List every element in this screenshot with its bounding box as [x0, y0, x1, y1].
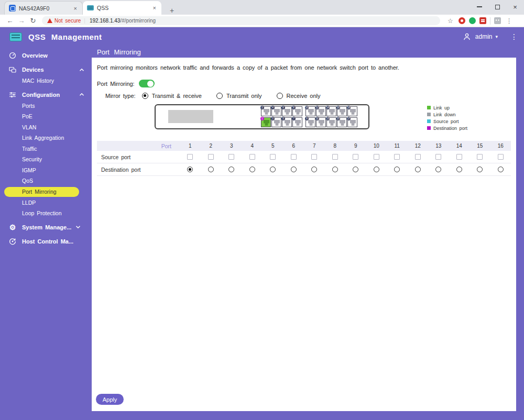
source-port-checkbox-6[interactable]: [291, 154, 297, 160]
chevron-up-icon[interactable]: [79, 93, 84, 96]
mirror-option-transmit-only[interactable]: Transmit only: [216, 93, 262, 99]
source-port-checkbox-5[interactable]: [270, 154, 276, 160]
destination-port-radio-12[interactable]: [415, 167, 421, 172]
switch-port-5[interactable]: 5: [282, 117, 292, 127]
switch-port-8[interactable]: 8: [292, 106, 302, 116]
source-port-checkbox-15[interactable]: [477, 154, 483, 160]
destination-port-radio-11[interactable]: [394, 167, 400, 172]
new-tab-button[interactable]: +: [167, 6, 177, 15]
switch-port-12[interactable]: 12: [316, 106, 326, 116]
switch-port-17[interactable]: 17: [347, 117, 357, 127]
source-port-checkbox-2[interactable]: [208, 154, 214, 160]
destination-port-radio-4[interactable]: [249, 167, 255, 172]
source-port-checkbox-4[interactable]: [249, 154, 255, 160]
switch-port-4[interactable]: 4: [271, 106, 281, 116]
rj45-connector-icon: [308, 120, 314, 126]
destination-port-radio-15[interactable]: [477, 167, 483, 172]
sidebar-item-link-aggregation[interactable]: Link Aggregation: [0, 132, 92, 143]
destination-port-radio-10[interactable]: [374, 167, 379, 172]
switch-port-14[interactable]: 14: [326, 106, 336, 116]
source-port-checkbox-9[interactable]: [353, 154, 358, 160]
address-bar[interactable]: Not secure | 192.168.1.43 /#/portmirrori…: [42, 16, 440, 25]
chevron-down-icon[interactable]: [75, 225, 81, 229]
tab-close-icon[interactable]: ×: [73, 5, 78, 12]
source-port-checkbox-16[interactable]: [498, 154, 504, 160]
browser-tab-qss[interactable]: QSS ×: [83, 1, 161, 15]
mirror-option-receive-only[interactable]: Receive only: [277, 93, 321, 99]
extension-red-square-icon[interactable]: [479, 17, 486, 24]
sidebar-item-configuration[interactable]: Configuration: [0, 89, 92, 101]
sidebar-item-mac-history[interactable]: MAC History: [0, 75, 92, 86]
switch-port-9[interactable]: 9: [305, 117, 315, 127]
source-port-checkbox-13[interactable]: [435, 154, 441, 160]
extension-green-circle-icon[interactable]: [469, 17, 476, 24]
port-mirroring-toggle[interactable]: [139, 80, 155, 87]
switch-port-10[interactable]: 10: [305, 106, 315, 116]
sidebar-item-vlan[interactable]: VLAN: [0, 122, 92, 133]
mirror-option-transmit-receive[interactable]: Transmit & receive: [142, 93, 202, 99]
destination-port-radio-3[interactable]: [228, 167, 234, 172]
switch-port-3[interactable]: 3: [271, 117, 281, 127]
radio-receive-only[interactable]: [277, 93, 283, 99]
destination-port-radio-7[interactable]: [311, 167, 317, 172]
switch-port-18[interactable]: 18: [347, 106, 357, 116]
switch-port-15[interactable]: 15: [337, 117, 347, 127]
switch-port-2[interactable]: 2: [261, 106, 271, 116]
source-port-checkbox-12[interactable]: [415, 154, 421, 160]
browser-menu-icon[interactable]: ⋮: [506, 17, 512, 25]
extension-robot-icon[interactable]: [494, 17, 501, 24]
sidebar-item-devices[interactable]: Devices: [0, 64, 92, 75]
sidebar-item-qos[interactable]: QoS: [0, 175, 92, 186]
back-icon[interactable]: ←: [4, 17, 16, 25]
sidebar-item-security[interactable]: Security: [0, 154, 92, 165]
destination-port-radio-13[interactable]: [435, 167, 441, 172]
destination-port-radio-2[interactable]: [208, 167, 214, 172]
sidebar-item-overview[interactable]: Overview: [0, 50, 92, 61]
destination-port-radio-14[interactable]: [456, 167, 462, 172]
destination-port-radio-8[interactable]: [332, 167, 338, 172]
tab-close-icon[interactable]: ×: [152, 5, 157, 11]
sidebar-item-igmp[interactable]: IGMP: [0, 165, 92, 176]
sidebar-item-loop-protection[interactable]: Loop Protection: [0, 208, 92, 219]
source-port-checkbox-10[interactable]: [374, 154, 379, 160]
radio-transmit-only[interactable]: [216, 93, 223, 99]
sidebar-item-host-control-ma[interactable]: Host Control Ma...: [0, 236, 92, 247]
source-port-checkbox-14[interactable]: [456, 154, 462, 160]
browser-tab-nas[interactable]: NAS42A9F0 ×: [4, 1, 83, 15]
reload-icon[interactable]: ↻: [27, 17, 39, 25]
chevron-up-icon[interactable]: [79, 68, 84, 72]
switch-port-7[interactable]: 7: [292, 117, 302, 127]
switch-port-1[interactable]: 1: [261, 117, 271, 127]
sidebar-item-system-manage[interactable]: ⚙System Manage...: [0, 222, 92, 233]
source-port-checkbox-3[interactable]: [228, 154, 234, 160]
extension-red-circle-icon[interactable]: [458, 17, 465, 24]
window-maximize-button[interactable]: [488, 0, 506, 14]
destination-port-radio-9[interactable]: [353, 167, 358, 172]
bookmark-star-icon[interactable]: ☆: [447, 17, 453, 25]
forward-icon[interactable]: →: [16, 17, 27, 25]
switch-port-13[interactable]: 13: [326, 117, 336, 127]
destination-port-radio-1[interactable]: [187, 167, 193, 172]
sidebar-item-poe[interactable]: PoE: [0, 111, 92, 122]
switch-port-6[interactable]: 6: [282, 106, 292, 116]
destination-port-radio-16[interactable]: [498, 167, 504, 172]
sidebar-item-port-mirroring[interactable]: Port Mirroring: [4, 187, 79, 197]
source-port-checkbox-7[interactable]: [311, 154, 317, 160]
destination-port-radio-6[interactable]: [291, 167, 297, 172]
source-port-checkbox-1[interactable]: [187, 154, 193, 160]
app-menu-icon[interactable]: ⋮: [510, 32, 518, 41]
source-port-checkbox-8[interactable]: [332, 154, 338, 160]
switch-port-11[interactable]: 11: [316, 117, 326, 127]
sidebar-item-lldp[interactable]: LLDP: [0, 197, 92, 208]
sidebar-item-traffic[interactable]: Traffic: [0, 143, 92, 154]
window-close-button[interactable]: ×: [506, 0, 524, 14]
not-secure-label[interactable]: Not secure: [54, 18, 81, 24]
user-menu[interactable]: admin ▾: [463, 32, 498, 41]
apply-button[interactable]: Apply: [96, 394, 124, 405]
destination-port-radio-5[interactable]: [270, 167, 276, 172]
source-port-checkbox-11[interactable]: [394, 154, 400, 160]
switch-port-16[interactable]: 16: [337, 106, 347, 116]
sidebar-item-ports[interactable]: Ports: [0, 101, 92, 112]
window-minimize-button[interactable]: [471, 0, 488, 14]
radio-transmit-receive[interactable]: [142, 93, 148, 99]
